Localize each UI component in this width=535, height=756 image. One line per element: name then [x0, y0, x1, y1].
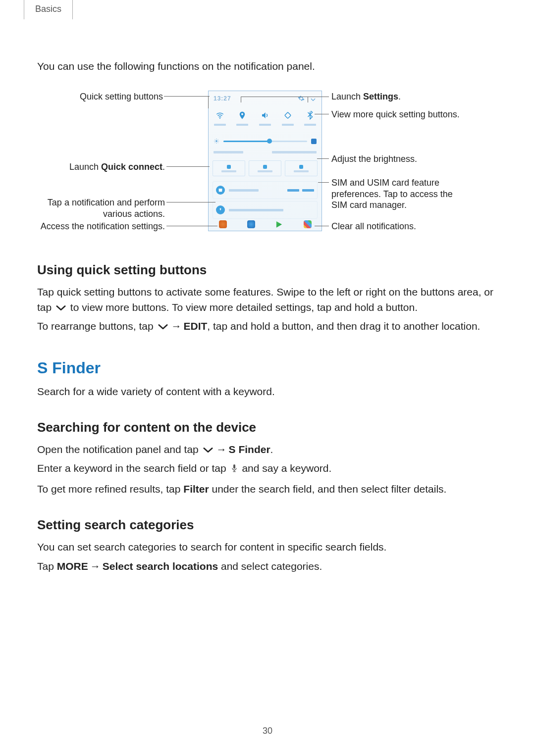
paragraph: You can set search categories to search …: [37, 540, 498, 554]
callout-view-more: View more quick setting buttons.: [331, 109, 495, 120]
svg-rect-1: [284, 112, 291, 119]
location-icon: [237, 110, 247, 120]
chevron-down-icon: [203, 446, 214, 454]
auto-brightness-checkbox: [311, 139, 317, 144]
notification-panel-diagram: 13:27: [37, 83, 498, 242]
notification-item: [213, 201, 318, 219]
rotate-icon: [283, 110, 293, 120]
paragraph: Search for a wide variety of content wit…: [37, 384, 498, 399]
paragraph: To rearrange buttons, tap →EDIT, tap and…: [37, 319, 498, 334]
sim-card-3: [285, 160, 318, 176]
phone-time-text: 13:27: [214, 95, 231, 102]
svg-point-2: [215, 140, 217, 142]
quick-settings-labels: [209, 124, 321, 129]
callout-sim: SIM and USIM card feature preferences. T…: [331, 177, 495, 211]
heading-s-finder: S Finder: [37, 359, 498, 377]
page-number: 30: [0, 726, 535, 736]
svg-point-0: [219, 118, 220, 119]
callout-clear: Clear all notifications.: [331, 221, 495, 232]
svg-rect-5: [233, 464, 235, 469]
paragraph: Tap MORE→Select search locations and sel…: [37, 559, 498, 574]
app-dock: [209, 218, 321, 231]
chevron-down-icon: [158, 323, 168, 331]
phone-screenshot: 13:27: [208, 91, 322, 231]
subheading-quick-setting: Using quick setting buttons: [37, 262, 498, 278]
wifi-icon: [215, 110, 225, 120]
section-tab: Basics: [24, 0, 73, 19]
brightness-icon: [214, 138, 219, 144]
app-icon: [219, 220, 227, 228]
chevron-down-icon: [310, 96, 317, 103]
callout-brightness: Adjust the brightness.: [331, 153, 495, 165]
manual-page: Basics You can use the following functio…: [0, 0, 535, 756]
svg-rect-4: [219, 189, 222, 190]
callout-launch-quick-connect: Launch Quick connect.: [37, 161, 165, 173]
sound-icon: [260, 110, 270, 120]
subheading-categories: Setting search categories: [37, 517, 498, 533]
app-icon: [304, 220, 312, 228]
transfer-icon: [216, 205, 225, 214]
quick-connect-bar: [209, 148, 321, 156]
chevron-down-icon: [55, 304, 66, 312]
callout-access-settings: Access the notification settings.: [37, 221, 165, 232]
sim-card-2: [249, 160, 281, 176]
sim-card-1: [213, 160, 245, 176]
paragraph: Enter a keyword in the search field or t…: [37, 461, 498, 477]
paragraph: Open the notification panel and tap →S F…: [37, 442, 498, 457]
callout-quick-setting-buttons: Quick setting buttons: [37, 91, 163, 102]
notification-item: [213, 181, 318, 199]
app-icon: [247, 220, 255, 228]
app-icon: [275, 220, 283, 228]
intro-text: You can use the following functions on t…: [37, 59, 498, 73]
subheading-searching: Searching for content on the device: [37, 420, 498, 435]
paragraph: Tap quick setting buttons to activate so…: [37, 285, 498, 315]
bluetooth-icon: [305, 110, 315, 120]
callout-launch-settings: Launch Settings.: [331, 91, 495, 102]
calendar-icon: [216, 186, 225, 195]
sim-cards-row: [209, 158, 321, 178]
quick-settings-row: [209, 106, 321, 125]
microphone-icon: [230, 462, 238, 477]
paragraph: To get more refined results, tap Filter …: [37, 482, 498, 497]
brightness-slider: [214, 136, 317, 147]
callout-tap-notification: Tap a notification and perform various a…: [37, 197, 165, 219]
